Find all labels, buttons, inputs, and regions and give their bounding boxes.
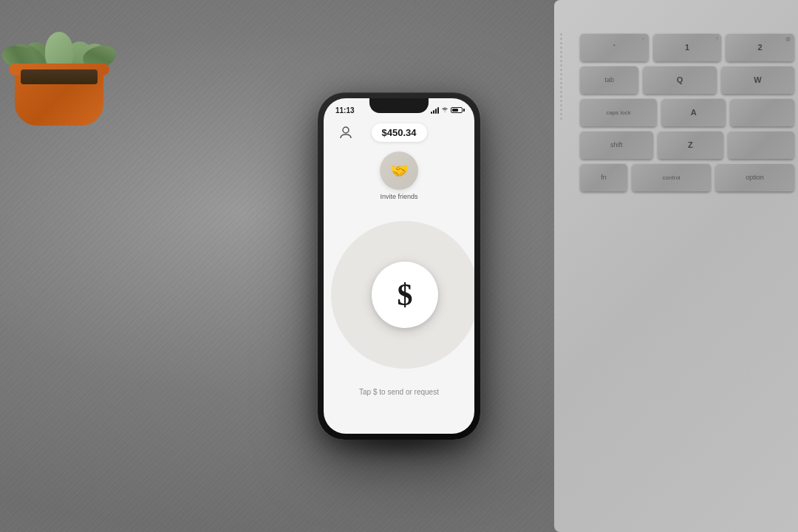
plant-decoration: [0, 0, 133, 126]
status-icons: [431, 106, 463, 114]
key-tilde[interactable]: ~`: [580, 33, 649, 61]
tap-hint-text: Tap $ to send or request: [359, 388, 439, 396]
invite-section: 🤝 Invite friends: [324, 146, 474, 206]
svg-point-0: [343, 127, 349, 133]
key-option[interactable]: option: [715, 163, 794, 191]
phone: 11:13: [318, 92, 480, 440]
wifi-icon: [441, 106, 449, 114]
user-profile-button[interactable]: [335, 122, 356, 143]
key-q[interactable]: Q: [643, 66, 716, 94]
dollar-pay-button[interactable]: $: [372, 262, 438, 328]
signal-bars-icon: [431, 107, 439, 114]
payment-circle-bg: $: [331, 221, 474, 369]
payment-area: $ Tap $ to send or request: [324, 206, 474, 403]
key-shift[interactable]: shift: [580, 131, 653, 159]
key-capslock[interactable]: caps lock: [580, 98, 657, 126]
key-tab[interactable]: tab: [580, 66, 638, 94]
speaker-grille: [554, 30, 567, 177]
keyboard-area: ~` !1 @2 tab Q W caps lock A shift Z: [569, 22, 798, 532]
app-header: $450.34: [324, 116, 474, 146]
balance-display: $450.34: [372, 123, 427, 142]
key-a[interactable]: A: [661, 98, 726, 126]
laptop: ~` !1 @2 tab Q W caps lock A shift Z: [525, 0, 798, 532]
balance-amount: $450.34: [382, 127, 417, 138]
plant-soil: [21, 69, 98, 84]
phone-screen: 11:13: [324, 98, 474, 434]
key-x[interactable]: [728, 131, 794, 159]
key-s[interactable]: [730, 98, 794, 126]
invite-label: Invite friends: [380, 193, 417, 200]
dollar-symbol: $: [398, 277, 413, 313]
laptop-body: ~` !1 @2 tab Q W caps lock A shift Z: [554, 0, 798, 532]
key-fn[interactable]: fn: [580, 163, 627, 191]
status-time: 11:13: [335, 106, 355, 115]
battery-icon: [451, 107, 463, 113]
plant-pot: [15, 66, 103, 126]
key-option-label: option: [746, 174, 764, 181]
invite-circle-icon: 🤝: [380, 151, 418, 190]
key-control[interactable]: control: [632, 163, 711, 191]
phone-notch: [369, 98, 429, 113]
key-1[interactable]: !1: [653, 33, 722, 61]
key-w[interactable]: W: [721, 66, 794, 94]
key-2[interactable]: @2: [726, 33, 794, 61]
key-z[interactable]: Z: [658, 131, 724, 159]
invite-friends-button[interactable]: 🤝 Invite friends: [335, 151, 463, 200]
